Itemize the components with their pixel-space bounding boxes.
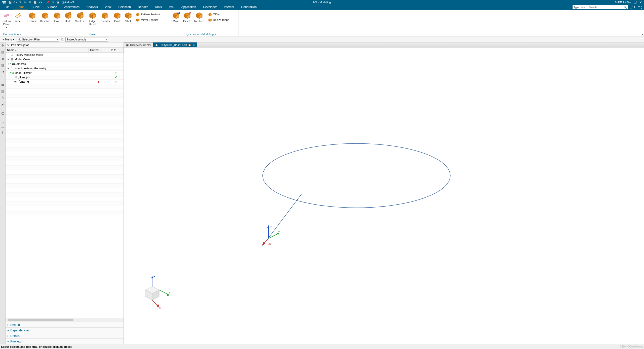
clock-icon[interactable]: ◷ <box>1 121 5 125</box>
pattern-feature-button[interactable]: Pattern Feature <box>135 12 161 17</box>
offset-button[interactable]: Offset <box>207 12 230 17</box>
cut-icon[interactable]: ✂ <box>23 1 27 4</box>
tree-row[interactable]: ◷History Modeling Mode <box>6 53 124 57</box>
touch-icon[interactable]: ☟ <box>51 1 55 4</box>
group-label-synchronous[interactable]: Synchronous Modeling <box>185 32 216 36</box>
grid-icon[interactable]: ▦ <box>1 83 5 87</box>
shell-button[interactable]: Shell <box>123 11 134 23</box>
picker-icon[interactable]: ✎ <box>1 96 5 100</box>
wcs-triad[interactable]: ZC YC XC <box>262 225 281 245</box>
undo-icon[interactable]: ↶ <box>13 1 17 4</box>
tab-application[interactable]: Application <box>178 5 200 10</box>
qat-overflow-icon[interactable]: ₸ <box>71 1 75 4</box>
monitor-icon[interactable]: 🖵 <box>1 112 5 116</box>
panel-details[interactable]: Details <box>6 333 124 338</box>
gear-icon[interactable]: ⚙ <box>1 43 5 47</box>
close-x-icon[interactable]: ✕ <box>38 1 42 4</box>
tab-generaltool[interactable]: GeneralTool <box>237 5 261 10</box>
selection-filter-combo[interactable]: No Selection Filter <box>17 37 59 42</box>
sketch-button[interactable]: Sketch <box>12 11 24 23</box>
tab-home[interactable]: Home <box>13 5 28 10</box>
hole-button[interactable]: Hole <box>52 11 63 23</box>
edge-blend-button[interactable]: Edge Blend <box>87 11 98 26</box>
arc-feature[interactable] <box>263 143 450 208</box>
nav-icon[interactable]: ▤ <box>1 50 5 54</box>
layers-icon[interactable]: ≣ <box>1 57 5 61</box>
pin-icon[interactable]: 📌 <box>46 1 50 4</box>
tab-pmi[interactable]: PMI <box>165 5 178 10</box>
redo-icon[interactable]: ↷ <box>18 1 22 4</box>
window-menu[interactable]: Window <box>66 1 70 4</box>
chamfer-button[interactable]: Chamfer <box>98 11 112 23</box>
doc-tab-file[interactable]: ◆UIStyler01_BaseUI.prt💾✕ <box>153 42 197 47</box>
group-label-base[interactable]: Base <box>90 32 99 36</box>
close-window-button[interactable]: ✕ <box>639 1 642 4</box>
expand-icon[interactable]: + <box>7 58 10 61</box>
tree-row[interactable]: 👁 ⌒Arc (7)▮✔ <box>6 80 124 84</box>
help-icon[interactable]: ? <box>638 6 640 9</box>
unite-button[interactable]: Unite <box>63 11 74 23</box>
panel-search[interactable]: Search <box>6 322 124 327</box>
assembly-filter-combo[interactable]: Entire Assembly <box>65 37 108 42</box>
column-upto[interactable]: Up to <box>108 47 124 52</box>
paint-icon[interactable]: 🖌 <box>1 102 5 106</box>
pin-placeholder-icon[interactable]: ⚙ <box>7 43 10 46</box>
tree-row[interactable]: +🗀Non-timestamp Geometry <box>6 66 124 71</box>
view-triad[interactable]: Z Y X <box>145 276 170 309</box>
tab-curve[interactable]: Curve <box>28 5 43 10</box>
history-icon[interactable]: ◔ <box>1 70 5 74</box>
panel-dependencies[interactable]: Dependencies <box>6 327 124 333</box>
resize-blend-button[interactable]: Resize Blend <box>207 18 230 22</box>
expand-icon[interactable]: – <box>7 71 10 74</box>
tab-assemblies[interactable]: Assemblies <box>61 5 83 10</box>
var-icon[interactable]: ƒ <box>1 130 5 134</box>
maximize-button[interactable]: ❐ <box>634 1 637 4</box>
graphics-canvas[interactable]: ZC YC XC Z Y <box>124 47 644 344</box>
layout1-icon[interactable]: ▣ <box>56 1 60 4</box>
recent-icon[interactable]: ↻ <box>634 6 636 9</box>
mirror-feature-button[interactable]: Mirror Feature <box>135 18 161 22</box>
extrude-button[interactable]: Extrude <box>26 11 38 23</box>
move-button[interactable]: Move <box>171 11 182 23</box>
fullscreen-icon[interactable]: ⛶ <box>629 6 632 9</box>
tab-file[interactable]: File <box>1 5 13 10</box>
tab-selection[interactable]: Selection <box>115 5 134 10</box>
tree-row[interactable]: 👁 ／Line (4)✔ <box>6 75 124 80</box>
paste-icon[interactable]: 📋 <box>33 1 37 4</box>
replace-button[interactable]: Replace <box>193 11 206 23</box>
tab-internal[interactable]: Internal <box>220 5 237 10</box>
tab-analysis[interactable]: Analysis <box>83 5 101 10</box>
ribbon-overflow-icon[interactable]: ▾ <box>642 33 643 36</box>
close-tab-icon[interactable]: ✕ <box>193 44 195 46</box>
ham-menu-icon[interactable]: ¦ <box>641 6 642 9</box>
tree-icon[interactable]: ☰ <box>1 76 5 80</box>
tab-surface[interactable]: Surface <box>43 5 60 10</box>
pin-navigator-icon[interactable] <box>119 44 122 46</box>
menu-button[interactable]: Menu <box>1 37 16 42</box>
group-label-construction[interactable]: Construction <box>3 32 22 36</box>
tree-row[interactable]: +▦Model Views <box>6 57 124 62</box>
command-search-input[interactable]: Type Here to Search 🔍 <box>573 5 628 9</box>
column-name[interactable]: Name <box>6 47 89 52</box>
scrollbar-thumb[interactable] <box>8 319 73 321</box>
column-current[interactable]: Current ... <box>89 47 108 52</box>
navigator-hscrollbar[interactable] <box>6 318 124 322</box>
tab-developer[interactable]: Developer <box>199 5 220 10</box>
save-icon[interactable]: 💾 <box>8 1 12 4</box>
datum-plane-button[interactable]: Datum Plane <box>1 11 12 29</box>
expand-icon[interactable]: + <box>7 67 10 70</box>
tab-tools[interactable]: Tools <box>151 5 165 10</box>
delete-button[interactable]: Delete <box>182 11 193 23</box>
subtract-button[interactable]: Subtract <box>74 11 87 23</box>
navigator-tree[interactable]: ◷History Modeling Mode+▦Model Views+✔📷Ca… <box>6 53 124 318</box>
tree-row[interactable]: –●▦Model History✔ <box>6 71 124 75</box>
tab-view[interactable]: View <box>101 5 115 10</box>
minimize-button[interactable]: – <box>629 1 631 4</box>
copy-icon[interactable]: ⧉ <box>28 1 32 4</box>
playlist-icon[interactable]: ▥ <box>1 63 5 67</box>
tree-row[interactable]: +✔📷Cameras <box>6 62 124 66</box>
clip-icon[interactable]: ◳ <box>1 89 5 93</box>
panel-preview[interactable]: Preview <box>6 338 124 344</box>
draft-button[interactable]: Draft <box>112 11 123 23</box>
revolve-button[interactable]: Revolve <box>38 11 52 23</box>
